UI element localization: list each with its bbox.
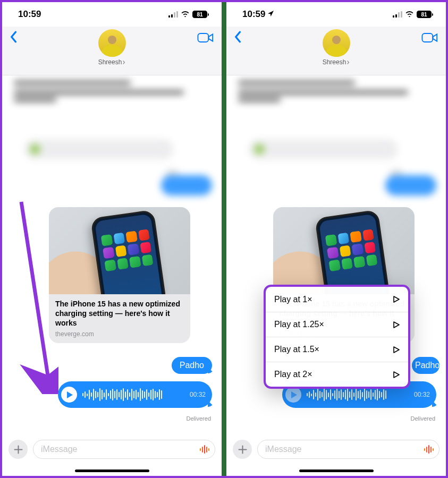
input-bar: iMessage <box>233 440 439 459</box>
screenshot-right: 10:59 81 Shreesh <box>226 2 446 476</box>
svg-line-1 <box>21 202 49 382</box>
link-source: theverge.com <box>55 330 184 338</box>
contact-name: Shreesh <box>98 58 122 66</box>
waveform[interactable] <box>307 387 409 402</box>
cellular-icon <box>168 11 178 18</box>
audio-duration: 00:32 <box>414 391 430 398</box>
input-bar: iMessage <box>9 440 215 459</box>
link-preview[interactable]: The iPhone 15 has a new optimized chargi… <box>49 207 190 343</box>
status-time: 10:59 <box>18 9 41 20</box>
link-image <box>49 207 190 294</box>
input-placeholder: iMessage <box>41 445 77 454</box>
status-bar: 10:59 81 <box>2 2 222 27</box>
play-button[interactable] <box>285 387 301 403</box>
speed-option-2x[interactable]: Play at 2× <box>266 362 408 387</box>
location-icon <box>267 9 274 20</box>
home-indicator[interactable] <box>75 470 149 472</box>
link-title: The iPhone 15 has a new optimized chargi… <box>55 300 184 328</box>
message-bubble[interactable]: Padho <box>412 357 439 374</box>
message-input[interactable]: iMessage <box>33 440 215 459</box>
nav-header: Shreesh <box>226 27 446 75</box>
waveform[interactable] <box>82 387 184 402</box>
audio-record-icon[interactable] <box>424 445 434 454</box>
back-button[interactable] <box>234 31 241 45</box>
message-bubble[interactable]: Padho <box>172 357 212 374</box>
video-call-button[interactable] <box>421 32 438 46</box>
audio-duration: 00:32 <box>190 391 206 398</box>
plus-button[interactable] <box>9 440 28 459</box>
blurred-content <box>2 75 222 214</box>
link-image <box>273 207 415 294</box>
video-call-button[interactable] <box>197 32 214 46</box>
audio-message[interactable]: 00:32 <box>58 381 212 408</box>
message-input[interactable]: iMessage <box>257 440 439 459</box>
contact-name: Shreesh <box>323 58 346 66</box>
speed-option-1x[interactable]: Play at 1× <box>266 287 408 312</box>
status-bar: 10:59 81 <box>226 2 446 27</box>
cellular-icon <box>393 11 402 18</box>
battery-icon: 81 <box>192 11 209 18</box>
battery-icon: 81 <box>417 11 433 18</box>
speed-option-1-5x[interactable]: Play at 1.5× <box>266 337 408 362</box>
svg-rect-0 <box>198 33 208 42</box>
plus-button[interactable] <box>233 440 252 459</box>
speed-option-1-25x[interactable]: Play at 1.25× <box>266 312 408 337</box>
avatar <box>98 29 126 57</box>
audio-record-icon[interactable] <box>200 445 209 454</box>
delivered-label: Delivered <box>411 415 435 422</box>
wifi-icon <box>405 9 414 20</box>
avatar <box>323 29 350 57</box>
playback-speed-menu: Play at 1× Play at 1.25× Play at 1.5× Pl… <box>264 285 410 389</box>
screenshot-left: 10:59 81 Shreesh <box>2 2 222 476</box>
input-placeholder: iMessage <box>265 445 301 454</box>
nav-header: Shreesh <box>2 27 222 75</box>
wifi-icon <box>181 9 190 20</box>
conversation: The iPhone 15 has a new optimized chargi… <box>226 75 446 476</box>
svg-rect-2 <box>422 33 433 42</box>
delivered-label: Delivered <box>187 415 211 422</box>
blurred-content <box>226 75 446 214</box>
contact-info[interactable]: Shreesh <box>98 29 126 66</box>
contact-info[interactable]: Shreesh <box>323 29 350 66</box>
conversation: The iPhone 15 has a new optimized chargi… <box>2 75 222 476</box>
home-indicator[interactable] <box>299 470 374 472</box>
play-button[interactable] <box>61 387 77 403</box>
back-button[interactable] <box>10 31 17 45</box>
status-time: 10:59 <box>242 9 265 20</box>
